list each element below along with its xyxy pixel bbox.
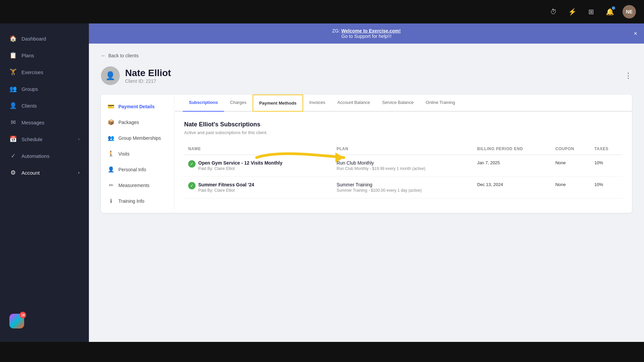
- subscriptions-table: Name Plan Billing Period End Coupon Taxe…: [184, 143, 623, 198]
- client-info: Nate Elliot Client ID: 2217: [125, 68, 171, 84]
- back-arrow-icon: ←: [101, 53, 106, 58]
- nav-item-group-memberships[interactable]: 👥 Group Memberships: [101, 130, 175, 146]
- subscription-name-cell: ✓ Open Gym Service - 12 Visits Monthly P…: [188, 160, 328, 171]
- client-id: Client ID: 2217: [125, 78, 171, 84]
- app-logo[interactable]: 19: [9, 314, 24, 328]
- nav-item-personal-info[interactable]: 👤 Personal Info: [101, 162, 175, 177]
- top-bar: ⏱ ⚡ ⊞ 🔔 NE: [0, 0, 644, 23]
- grid-icon[interactable]: ⊞: [585, 6, 597, 18]
- main-area: 🏠 Dashboard 📋 Plans 🏋 Exercises 👥 Groups…: [0, 23, 644, 342]
- tab-charges[interactable]: Charges: [224, 95, 253, 112]
- dashboard-icon: 🏠: [9, 35, 17, 42]
- clock-icon[interactable]: ⏱: [547, 6, 559, 18]
- measurements-icon: ✏: [108, 182, 114, 188]
- col-name: Name: [184, 143, 332, 155]
- nav-item-packages[interactable]: 📦 Packages: [101, 114, 175, 130]
- sidebar-item-clients[interactable]: 👤 Clients: [0, 97, 89, 114]
- sidebar-item-account[interactable]: ⚙ Account ›: [0, 164, 89, 181]
- nav-item-visits[interactable]: 🚶 Visits: [101, 146, 175, 162]
- page-content: ← Back to clients 👤 Nate Elliot Client I…: [89, 44, 644, 342]
- sidebar-item-automations[interactable]: ✓ Automations: [0, 147, 89, 164]
- sidebar-item-plans[interactable]: 📋 Plans: [0, 47, 89, 64]
- col-plan: Plan: [332, 143, 473, 155]
- lightning-icon[interactable]: ⚡: [566, 6, 578, 18]
- section-title: Nate Elliot's Subscriptions: [184, 121, 623, 128]
- left-nav: 💳 Payment Details 📦 Packages 👥 Group Mem…: [101, 95, 175, 213]
- col-coupon: Coupon: [551, 143, 590, 155]
- packages-icon: 📦: [108, 119, 114, 125]
- sidebar-bottom: 19: [0, 307, 89, 335]
- tab-account-balance[interactable]: Account Balance: [331, 95, 376, 112]
- banner-text: ZG: Welcome to Exercise.com! Go to Suppo…: [332, 28, 400, 39]
- table-row: ✓ Summer Fitness Goal '24 Paid By: Clair…: [184, 177, 623, 198]
- sidebar-item-schedule[interactable]: 📅 Schedule ›: [0, 131, 89, 147]
- subscription-name-cell: ✓ Summer Fitness Goal '24 Paid By: Clair…: [188, 182, 328, 193]
- more-options-button[interactable]: ⋮: [625, 71, 632, 80]
- plans-icon: 📋: [9, 52, 17, 59]
- groups-icon: 👥: [9, 85, 17, 93]
- sidebar-item-exercises[interactable]: 🏋 Exercises: [0, 64, 89, 80]
- col-taxes: Taxes: [590, 143, 623, 155]
- messages-icon: ✉: [9, 119, 17, 126]
- right-panel: Subscriptions Charges Payment Methods In…: [175, 95, 632, 213]
- user-avatar[interactable]: NE: [623, 5, 636, 18]
- status-active-icon: ✓: [188, 182, 196, 189]
- client-avatar: 👤: [101, 66, 120, 85]
- sidebar-item-groups[interactable]: 👥 Groups: [0, 80, 89, 97]
- visits-icon: 🚶: [108, 150, 114, 157]
- status-active-icon: ✓: [188, 160, 196, 168]
- schedule-icon: 📅: [9, 135, 17, 143]
- payment-details-icon: 💳: [108, 103, 114, 110]
- clients-icon: 👤: [9, 102, 17, 109]
- sidebar-item-dashboard[interactable]: 🏠 Dashboard: [0, 30, 89, 47]
- tabs-bar: Subscriptions Charges Payment Methods In…: [175, 95, 632, 112]
- client-header: 👤 Nate Elliot Client ID: 2217 ⋮: [101, 66, 632, 85]
- nav-item-measurements[interactable]: ✏ Measurements: [101, 177, 175, 193]
- panel-body: Nate Elliot's Subscriptions Active and p…: [175, 112, 632, 208]
- tab-service-balance[interactable]: Service Balance: [376, 95, 420, 112]
- notification-badge: [612, 6, 615, 10]
- two-col-layout: 💳 Payment Details 📦 Packages 👥 Group Mem…: [101, 95, 632, 213]
- col-billing-period-end: Billing Period End: [473, 143, 551, 155]
- section-subtitle: Active and past subscriptions for this c…: [184, 130, 623, 135]
- announcement-banner: ZG: Welcome to Exercise.com! Go to Suppo…: [89, 23, 644, 44]
- sidebar-item-messages[interactable]: ✉ Messages: [0, 114, 89, 131]
- client-name: Nate Elliot: [125, 68, 171, 78]
- tab-online-training[interactable]: Online Training: [420, 95, 461, 112]
- banner-close-button[interactable]: ×: [634, 30, 637, 37]
- tab-payment-methods[interactable]: Payment Methods: [253, 95, 303, 112]
- personal-info-icon: 👤: [108, 166, 114, 173]
- tab-subscriptions[interactable]: Subscriptions: [183, 95, 224, 112]
- bottom-bar: [0, 342, 644, 362]
- group-memberships-icon: 👥: [108, 135, 114, 141]
- account-icon: ⚙: [9, 169, 17, 176]
- nav-item-payment-details[interactable]: 💳 Payment Details: [101, 99, 175, 114]
- back-link[interactable]: ← Back to clients: [101, 53, 632, 58]
- table-row: ✓ Open Gym Service - 12 Visits Monthly P…: [184, 155, 623, 177]
- account-chevron: ›: [78, 170, 79, 175]
- sidebar: 🏠 Dashboard 📋 Plans 🏋 Exercises 👥 Groups…: [0, 23, 89, 342]
- automations-icon: ✓: [9, 152, 17, 160]
- tab-invoices[interactable]: Invoices: [303, 95, 331, 112]
- training-info-icon: ℹ: [108, 198, 114, 204]
- content-area: ZG: Welcome to Exercise.com! Go to Suppo…: [89, 23, 644, 342]
- nav-item-training-info[interactable]: ℹ Training Info: [101, 193, 175, 209]
- exercises-icon: 🏋: [9, 68, 17, 76]
- badge-count: 19: [19, 312, 26, 318]
- schedule-chevron: ›: [78, 137, 79, 141]
- bell-icon[interactable]: 🔔: [604, 6, 616, 18]
